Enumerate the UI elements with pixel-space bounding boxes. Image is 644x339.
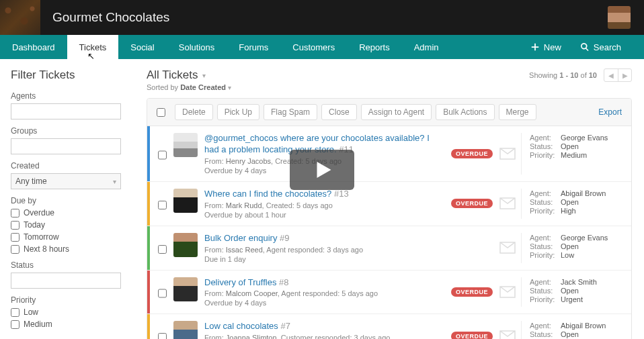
- dueby-today-checkbox[interactable]: [11, 221, 19, 230]
- chevron-down-icon: ▾: [113, 178, 116, 185]
- search-button-label: Search: [594, 42, 621, 52]
- ticket-props: Agent:Abigail Brown Status:Open Priority…: [521, 321, 622, 339]
- pickup-button[interactable]: Pick Up: [217, 104, 259, 120]
- row-mid: OVERDUE: [446, 277, 521, 307]
- bulk-button[interactable]: Bulk Actions: [436, 104, 494, 120]
- new-button[interactable]: New: [521, 35, 571, 59]
- ticket-row[interactable]: Delivery of Truffles #8 From: Malcom Coo…: [147, 271, 631, 315]
- brand-title: Gourmet Chocolates: [52, 10, 608, 25]
- dueby-overdue-checkbox[interactable]: [11, 209, 19, 217]
- envelope-icon: [499, 242, 516, 254]
- ticket-number: #13: [334, 189, 349, 199]
- row-checkbox[interactable]: [158, 191, 167, 219]
- dueby-today[interactable]: Today: [11, 220, 124, 230]
- ticket-meta: From: Mark Rudd, Created: 5 days ago: [204, 201, 446, 209]
- row-mid: OVERDUE: [446, 321, 521, 339]
- created-label: Created: [11, 161, 124, 171]
- ticket-props: Agent:Abigail Brown Status:Open Priority…: [521, 189, 622, 219]
- pager-prev[interactable]: ◀: [604, 69, 618, 81]
- groups-label: Groups: [11, 126, 124, 136]
- nav-admin[interactable]: Admin: [402, 35, 451, 59]
- status-label: Status: [11, 260, 124, 270]
- row-checkbox[interactable]: [158, 236, 167, 263]
- row-checkbox[interactable]: [158, 324, 167, 339]
- dueby-label: Due by: [11, 196, 124, 205]
- ticket-meta: From: Malcom Cooper, Agent responded: 5 …: [204, 289, 446, 297]
- requester-avatar: [173, 233, 198, 257]
- play-icon: [310, 158, 334, 182]
- nav-customers[interactable]: Customers: [280, 35, 347, 59]
- dueby-tomorrow[interactable]: Tomorrow: [11, 232, 124, 242]
- ticket-toolbar: Delete Pick Up Flag Spam Close Assign to…: [147, 99, 631, 126]
- ticket-number: #8: [279, 277, 288, 287]
- envelope-icon: [499, 148, 516, 160]
- pager-next[interactable]: ▶: [618, 69, 631, 81]
- ticket-panel: Delete Pick Up Flag Spam Close Assign to…: [147, 98, 632, 339]
- row-mid: OVERDUE: [446, 189, 521, 219]
- search-icon: [580, 42, 590, 52]
- ticket-title-link[interactable]: Delivery of Truffles #8: [204, 277, 446, 289]
- row-checkbox[interactable]: [158, 280, 167, 307]
- row-mid: OVERDUE: [446, 133, 521, 175]
- ticket-row[interactable]: Low cal chocolates #7 From: Joanna Slimt…: [147, 314, 631, 339]
- ticket-props: Agent:George Evans Status:Open Priority:…: [521, 133, 622, 175]
- user-avatar[interactable]: [608, 6, 631, 29]
- priority-stripe: [147, 182, 150, 226]
- app-header: Gourmet Chocolates: [0, 0, 644, 35]
- chevron-down-icon: ▾: [202, 72, 206, 79]
- priority-low-checkbox[interactable]: [11, 308, 19, 317]
- dueby-overdue[interactable]: Overdue: [11, 208, 124, 217]
- row-mid: [494, 233, 521, 263]
- flagspam-button[interactable]: Flag Spam: [264, 104, 317, 120]
- ticket-title-link[interactable]: Low cal chocolates #7: [204, 321, 446, 332]
- priority-low[interactable]: Low: [11, 307, 124, 317]
- ticket-row[interactable]: @gourmet_chocos where are your chocolate…: [147, 126, 631, 182]
- ticket-row[interactable]: Where can I find the chocolates? #13 Fro…: [147, 182, 631, 226]
- ticket-meta: From: Issac Reed, Agent responded: 3 day…: [204, 246, 494, 254]
- nav-social[interactable]: Social: [118, 35, 166, 59]
- view-title[interactable]: All Tickets ▾: [147, 68, 231, 82]
- ticket-row[interactable]: Bulk Order enquiry #9 From: Issac Reed, …: [147, 226, 631, 271]
- nav-dashboard[interactable]: Dashboard: [0, 35, 67, 59]
- ticket-due: Overdue by 4 days: [204, 299, 446, 307]
- overdue-badge: OVERDUE: [451, 199, 493, 208]
- groups-input[interactable]: [11, 138, 121, 154]
- search-button[interactable]: Search: [571, 35, 631, 59]
- video-play-button[interactable]: [290, 150, 354, 190]
- ticket-title-link[interactable]: Where can I find the chocolates? #13: [204, 189, 446, 200]
- nav-forums[interactable]: Forums: [227, 35, 280, 59]
- row-checkbox[interactable]: [158, 136, 167, 175]
- assign-button[interactable]: Assign to Agent: [361, 104, 432, 120]
- nav-solutions[interactable]: Solutions: [167, 35, 227, 59]
- pager: Showing 1 - 10 of 10 ◀ ▶: [529, 68, 632, 82]
- overdue-badge: OVERDUE: [451, 149, 493, 158]
- ticket-due: Due in 1 day: [204, 255, 494, 263]
- cursor-indicator: ↖: [87, 51, 95, 61]
- main-nav: Dashboard Tickets Social Solutions Forum…: [0, 35, 644, 59]
- created-select[interactable]: Any time ▾: [11, 173, 121, 189]
- dueby-next8[interactable]: Next 8 hours: [11, 244, 124, 254]
- dueby-tomorrow-checkbox[interactable]: [11, 233, 19, 242]
- agents-input[interactable]: [11, 103, 121, 119]
- chevron-down-icon: ▾: [228, 84, 231, 91]
- delete-button[interactable]: Delete: [175, 104, 213, 120]
- sort-indicator[interactable]: Sorted by Date Created ▾: [147, 83, 231, 91]
- select-all-checkbox[interactable]: [157, 108, 165, 117]
- overdue-badge: OVERDUE: [451, 332, 493, 339]
- dueby-next8-checkbox[interactable]: [11, 245, 19, 254]
- ticket-due: Overdue by about 1 hour: [204, 211, 446, 219]
- envelope-icon: [499, 286, 516, 298]
- export-link[interactable]: Export: [598, 107, 622, 117]
- priority-stripe: [147, 126, 150, 181]
- plus-icon: [530, 42, 540, 52]
- ticket-props: Agent:George Evans Status:Open Priority:…: [521, 233, 622, 263]
- nav-reports[interactable]: Reports: [347, 35, 402, 59]
- status-input[interactable]: [11, 273, 121, 289]
- requester-avatar: [173, 277, 198, 301]
- close-button[interactable]: Close: [321, 104, 357, 120]
- ticket-number: #9: [280, 233, 289, 243]
- priority-medium[interactable]: Medium: [11, 320, 124, 329]
- ticket-title-link[interactable]: Bulk Order enquiry #9: [204, 233, 494, 244]
- merge-button[interactable]: Merge: [499, 104, 536, 120]
- priority-medium-checkbox[interactable]: [11, 320, 19, 329]
